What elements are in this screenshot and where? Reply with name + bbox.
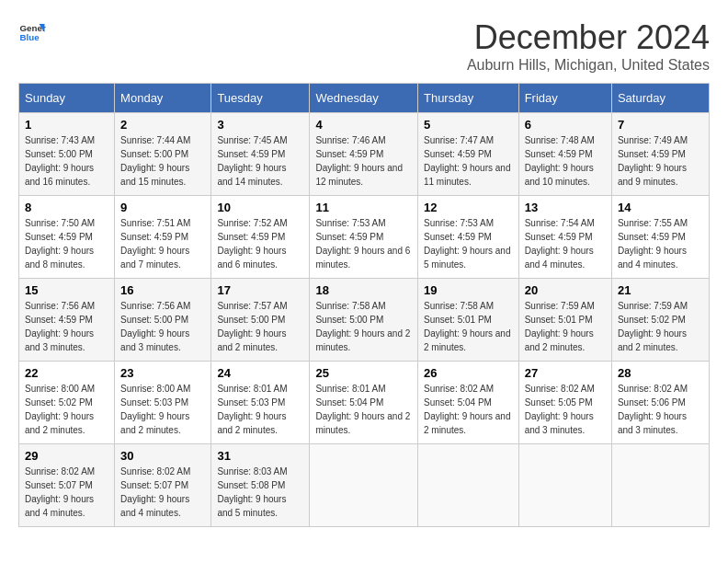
day-number: 10 xyxy=(217,201,303,214)
day-info: Sunrise: 8:00 AMSunset: 5:02 PMDaylight:… xyxy=(25,384,95,435)
calendar-week-row: 1 Sunrise: 7:43 AMSunset: 5:00 PMDayligh… xyxy=(19,113,710,196)
day-info: Sunrise: 7:53 AMSunset: 4:59 PMDaylight:… xyxy=(315,218,410,270)
day-info: Sunrise: 7:49 AMSunset: 4:59 PMDaylight:… xyxy=(618,135,688,187)
day-number: 1 xyxy=(25,118,108,132)
column-header-tuesday: Tuesday xyxy=(211,84,310,113)
page-header: General Blue December 2024 Auburn Hills,… xyxy=(18,18,710,74)
calendar-cell: 24 Sunrise: 8:01 AMSunset: 5:03 PMDaylig… xyxy=(211,362,310,444)
day-number: 8 xyxy=(25,201,108,214)
day-number: 23 xyxy=(120,366,205,380)
calendar-title: December 2024 xyxy=(467,18,710,57)
calendar-week-row: 29 Sunrise: 8:02 AMSunset: 5:07 PMDaylig… xyxy=(19,444,710,527)
calendar-cell: 2 Sunrise: 7:44 AMSunset: 5:00 PMDayligh… xyxy=(115,113,211,196)
calendar-cell: 13 Sunrise: 7:54 AMSunset: 4:59 PMDaylig… xyxy=(518,196,611,279)
column-header-saturday: Saturday xyxy=(611,84,709,113)
day-number: 12 xyxy=(424,201,513,214)
day-info: Sunrise: 7:44 AMSunset: 5:00 PMDaylight:… xyxy=(120,135,190,187)
calendar-cell: 10 Sunrise: 7:52 AMSunset: 4:59 PMDaylig… xyxy=(211,196,310,279)
calendar-cell: 7 Sunrise: 7:49 AMSunset: 4:59 PMDayligh… xyxy=(611,113,709,196)
day-info: Sunrise: 8:02 AMSunset: 5:05 PMDaylight:… xyxy=(525,384,595,435)
calendar-cell: 16 Sunrise: 7:56 AMSunset: 5:00 PMDaylig… xyxy=(115,279,211,362)
day-info: Sunrise: 8:02 AMSunset: 5:04 PMDaylight:… xyxy=(424,384,511,435)
calendar-subtitle: Auburn Hills, Michigan, United States xyxy=(467,57,710,74)
title-section: December 2024 Auburn Hills, Michigan, Un… xyxy=(467,18,710,74)
day-number: 16 xyxy=(120,283,205,297)
day-number: 24 xyxy=(217,366,303,380)
day-info: Sunrise: 7:59 AMSunset: 5:01 PMDaylight:… xyxy=(525,301,595,352)
calendar-cell xyxy=(417,444,518,527)
calendar-week-row: 22 Sunrise: 8:00 AMSunset: 5:02 PMDaylig… xyxy=(19,362,710,444)
day-number: 3 xyxy=(217,118,303,132)
day-number: 5 xyxy=(424,118,513,132)
logo: General Blue xyxy=(18,18,46,46)
day-info: Sunrise: 7:47 AMSunset: 4:59 PMDaylight:… xyxy=(424,135,511,187)
calendar-cell: 20 Sunrise: 7:59 AMSunset: 5:01 PMDaylig… xyxy=(518,279,611,362)
column-header-monday: Monday xyxy=(115,84,211,113)
day-number: 11 xyxy=(315,201,412,214)
day-info: Sunrise: 8:02 AMSunset: 5:06 PMDaylight:… xyxy=(618,384,688,435)
calendar-table: SundayMondayTuesdayWednesdayThursdayFrid… xyxy=(18,83,710,527)
day-number: 2 xyxy=(120,118,205,132)
day-number: 29 xyxy=(25,449,108,463)
day-info: Sunrise: 7:55 AMSunset: 4:59 PMDaylight:… xyxy=(618,218,688,270)
day-number: 13 xyxy=(525,201,606,214)
day-number: 15 xyxy=(25,283,108,297)
calendar-cell: 8 Sunrise: 7:50 AMSunset: 4:59 PMDayligh… xyxy=(19,196,115,279)
calendar-cell: 25 Sunrise: 8:01 AMSunset: 5:04 PMDaylig… xyxy=(310,362,418,444)
calendar-cell: 29 Sunrise: 8:02 AMSunset: 5:07 PMDaylig… xyxy=(19,444,115,527)
day-info: Sunrise: 7:58 AMSunset: 5:00 PMDaylight:… xyxy=(315,301,410,352)
day-info: Sunrise: 7:46 AMSunset: 4:59 PMDaylight:… xyxy=(315,135,403,187)
calendar-cell: 12 Sunrise: 7:53 AMSunset: 4:59 PMDaylig… xyxy=(417,196,518,279)
calendar-cell: 21 Sunrise: 7:59 AMSunset: 5:02 PMDaylig… xyxy=(611,279,709,362)
column-header-sunday: Sunday xyxy=(19,84,115,113)
calendar-header-row: SundayMondayTuesdayWednesdayThursdayFrid… xyxy=(19,84,710,113)
calendar-cell: 9 Sunrise: 7:51 AMSunset: 4:59 PMDayligh… xyxy=(115,196,211,279)
day-info: Sunrise: 8:00 AMSunset: 5:03 PMDaylight:… xyxy=(120,384,190,435)
day-info: Sunrise: 7:54 AMSunset: 4:59 PMDaylight:… xyxy=(525,218,595,270)
day-info: Sunrise: 7:57 AMSunset: 5:00 PMDaylight:… xyxy=(217,301,287,352)
day-info: Sunrise: 7:52 AMSunset: 4:59 PMDaylight:… xyxy=(217,218,287,270)
calendar-cell: 23 Sunrise: 8:00 AMSunset: 5:03 PMDaylig… xyxy=(115,362,211,444)
day-info: Sunrise: 7:50 AMSunset: 4:59 PMDaylight:… xyxy=(25,218,95,270)
day-info: Sunrise: 7:53 AMSunset: 4:59 PMDaylight:… xyxy=(424,218,511,270)
calendar-week-row: 8 Sunrise: 7:50 AMSunset: 4:59 PMDayligh… xyxy=(19,196,710,279)
day-number: 20 xyxy=(525,283,606,297)
day-number: 28 xyxy=(618,366,703,380)
column-header-thursday: Thursday xyxy=(417,84,518,113)
day-number: 17 xyxy=(217,283,303,297)
day-number: 18 xyxy=(315,283,412,297)
calendar-cell: 17 Sunrise: 7:57 AMSunset: 5:00 PMDaylig… xyxy=(211,279,310,362)
calendar-cell: 3 Sunrise: 7:45 AMSunset: 4:59 PMDayligh… xyxy=(211,113,310,196)
day-number: 4 xyxy=(315,118,412,132)
svg-text:Blue: Blue xyxy=(20,32,40,42)
calendar-cell: 18 Sunrise: 7:58 AMSunset: 5:00 PMDaylig… xyxy=(310,279,418,362)
day-number: 9 xyxy=(120,201,205,214)
day-info: Sunrise: 8:02 AMSunset: 5:07 PMDaylight:… xyxy=(120,466,190,518)
day-info: Sunrise: 8:03 AMSunset: 5:08 PMDaylight:… xyxy=(217,466,287,518)
day-number: 14 xyxy=(618,201,703,214)
day-info: Sunrise: 7:51 AMSunset: 4:59 PMDaylight:… xyxy=(120,218,190,270)
column-header-wednesday: Wednesday xyxy=(310,84,418,113)
day-number: 30 xyxy=(120,449,205,463)
calendar-cell: 31 Sunrise: 8:03 AMSunset: 5:08 PMDaylig… xyxy=(211,444,310,527)
logo-icon: General Blue xyxy=(18,18,46,46)
calendar-cell: 6 Sunrise: 7:48 AMSunset: 4:59 PMDayligh… xyxy=(518,113,611,196)
day-number: 26 xyxy=(424,366,513,380)
calendar-cell: 15 Sunrise: 7:56 AMSunset: 4:59 PMDaylig… xyxy=(19,279,115,362)
day-info: Sunrise: 8:01 AMSunset: 5:04 PMDaylight:… xyxy=(315,384,410,435)
calendar-week-row: 15 Sunrise: 7:56 AMSunset: 4:59 PMDaylig… xyxy=(19,279,710,362)
column-header-friday: Friday xyxy=(518,84,611,113)
calendar-cell: 5 Sunrise: 7:47 AMSunset: 4:59 PMDayligh… xyxy=(417,113,518,196)
calendar-cell: 19 Sunrise: 7:58 AMSunset: 5:01 PMDaylig… xyxy=(417,279,518,362)
calendar-cell: 14 Sunrise: 7:55 AMSunset: 4:59 PMDaylig… xyxy=(611,196,709,279)
day-info: Sunrise: 7:43 AMSunset: 5:00 PMDaylight:… xyxy=(25,135,95,187)
calendar-cell xyxy=(310,444,418,527)
day-number: 27 xyxy=(525,366,606,380)
day-info: Sunrise: 7:58 AMSunset: 5:01 PMDaylight:… xyxy=(424,301,511,352)
day-info: Sunrise: 8:02 AMSunset: 5:07 PMDaylight:… xyxy=(25,466,95,518)
calendar-cell: 1 Sunrise: 7:43 AMSunset: 5:00 PMDayligh… xyxy=(19,113,115,196)
calendar-cell: 30 Sunrise: 8:02 AMSunset: 5:07 PMDaylig… xyxy=(115,444,211,527)
calendar-cell: 26 Sunrise: 8:02 AMSunset: 5:04 PMDaylig… xyxy=(417,362,518,444)
calendar-cell: 28 Sunrise: 8:02 AMSunset: 5:06 PMDaylig… xyxy=(611,362,709,444)
day-number: 6 xyxy=(525,118,606,132)
